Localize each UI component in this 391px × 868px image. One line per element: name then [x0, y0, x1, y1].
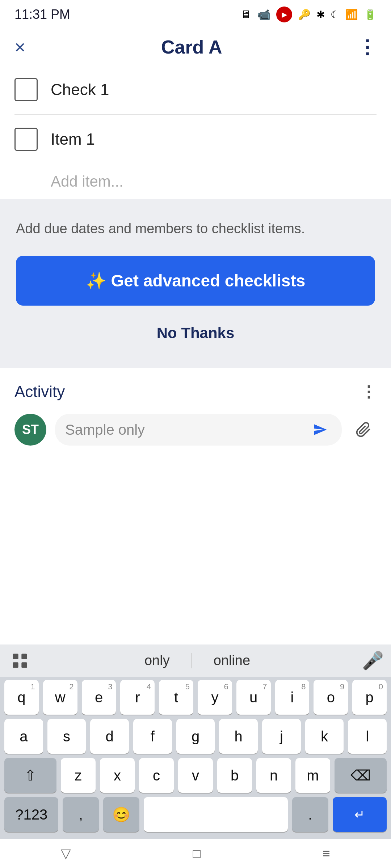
- checklist-item-2: Item 1: [14, 115, 377, 164]
- checklist-label-1: Check 1: [51, 81, 109, 99]
- activity-title: Activity: [14, 383, 65, 401]
- activity-input-row: ST: [14, 414, 377, 446]
- shift-key[interactable]: ⇧: [4, 758, 56, 793]
- key-d[interactable]: d: [90, 719, 129, 754]
- key-y[interactable]: y6: [198, 680, 232, 715]
- bluetooth-icon: ✱: [316, 9, 325, 21]
- status-bar: 11:31 PM 🖥 📹 ▶ 🔑 ✱ ☾ 📶 🔋: [0, 0, 391, 29]
- keyboard-area: only online 🎤 q1 w2 e3 r4 t5 y6 u7 i8 o9…: [0, 644, 391, 868]
- svg-rect-1: [21, 654, 27, 659]
- space-key[interactable]: [144, 797, 288, 832]
- suggestion-words: only online: [33, 653, 362, 668]
- checkbox-1[interactable]: [14, 78, 38, 101]
- key-v[interactable]: v: [178, 758, 213, 793]
- upsell-banner: Add due dates and members to checklist i…: [0, 199, 391, 368]
- key-m[interactable]: m: [295, 758, 330, 793]
- key-r[interactable]: r4: [120, 680, 155, 715]
- key-b[interactable]: b: [217, 758, 252, 793]
- home-nav-icon[interactable]: □: [193, 846, 201, 861]
- keyboard-suggestions: only online 🎤: [0, 644, 391, 677]
- checklist-area: Check 1 Item 1 Add item...: [0, 65, 391, 199]
- numbers-key[interactable]: ?123: [4, 797, 58, 832]
- svg-rect-3: [21, 662, 27, 668]
- get-advanced-checklists-button[interactable]: ✨ Get advanced checklists: [16, 256, 375, 306]
- key-f[interactable]: f: [133, 719, 172, 754]
- key-l[interactable]: l: [348, 719, 387, 754]
- emoji-key[interactable]: 😊: [103, 797, 139, 832]
- status-icons: 🖥 📹 ▶ 🔑 ✱ ☾ 📶 🔋: [240, 7, 377, 22]
- attach-button[interactable]: [350, 417, 377, 443]
- key-w[interactable]: w2: [43, 680, 77, 715]
- keyboard-row-2: a s d f g h j k l: [4, 719, 387, 754]
- key-i[interactable]: i8: [275, 680, 310, 715]
- recents-nav-icon[interactable]: ≡: [323, 846, 330, 861]
- record-badge: ▶: [276, 7, 292, 22]
- card-title: Card A: [161, 36, 222, 58]
- activity-section: Activity ⋮ ST: [0, 368, 391, 460]
- key-x[interactable]: x: [100, 758, 135, 793]
- video-icon: 📹: [257, 8, 270, 21]
- key-g[interactable]: g: [176, 719, 215, 754]
- activity-header: Activity ⋮: [14, 382, 377, 401]
- key-n[interactable]: n: [256, 758, 291, 793]
- key-h[interactable]: h: [219, 719, 258, 754]
- comma-key[interactable]: ,: [63, 797, 99, 832]
- screen-record-icon: 🖥: [240, 8, 251, 21]
- activity-input-container: [55, 414, 342, 446]
- add-item-row[interactable]: Add item...: [14, 164, 377, 199]
- return-key[interactable]: ↵: [333, 797, 387, 832]
- battery-icon: 🔋: [364, 9, 377, 21]
- activity-comment-input[interactable]: [65, 422, 308, 438]
- key-t[interactable]: t5: [159, 680, 193, 715]
- svg-rect-2: [13, 662, 18, 668]
- key-p[interactable]: p0: [352, 680, 387, 715]
- keyboard-row-1: q1 w2 e3 r4 t5 y6 u7 i8 o9 p0: [4, 680, 387, 715]
- activity-more-button[interactable]: ⋮: [361, 382, 377, 401]
- key-s[interactable]: s: [47, 719, 86, 754]
- key-o[interactable]: o9: [314, 680, 348, 715]
- wifi-icon: 📶: [345, 9, 358, 21]
- user-avatar: ST: [14, 414, 46, 446]
- keyboard-grid-icon[interactable]: [7, 648, 33, 673]
- checklist-item-1: Check 1: [14, 65, 377, 114]
- key-u[interactable]: u7: [236, 680, 271, 715]
- moon-icon: ☾: [331, 9, 340, 21]
- keyboard-row-3: ⇧ z x c v b n m ⌫: [4, 758, 387, 793]
- svg-rect-0: [13, 654, 18, 659]
- key-icon: 🔑: [298, 9, 311, 21]
- suggestion-word-1[interactable]: only: [123, 653, 192, 668]
- period-key[interactable]: .: [292, 797, 328, 832]
- add-item-text[interactable]: Add item...: [51, 173, 123, 190]
- close-button[interactable]: ×: [14, 36, 25, 58]
- send-button[interactable]: [308, 418, 332, 441]
- key-q[interactable]: q1: [4, 680, 39, 715]
- key-z[interactable]: z: [61, 758, 96, 793]
- key-c[interactable]: c: [139, 758, 174, 793]
- checklist-label-2: Item 1: [51, 130, 95, 148]
- key-k[interactable]: k: [305, 719, 344, 754]
- key-e[interactable]: e3: [82, 680, 116, 715]
- nav-bar: ▽ □ ≡: [0, 839, 391, 868]
- keyboard-row-4: ?123 , 😊 . ↵: [4, 797, 387, 832]
- card-header: × Card A ⋮: [0, 29, 391, 65]
- microphone-button[interactable]: 🎤: [362, 651, 384, 671]
- more-options-button[interactable]: ⋮: [358, 36, 377, 58]
- back-nav-icon[interactable]: ▽: [61, 846, 71, 861]
- backspace-key[interactable]: ⌫: [335, 758, 387, 793]
- key-j[interactable]: j: [262, 719, 301, 754]
- keyboard-rows: q1 w2 e3 r4 t5 y6 u7 i8 o9 p0 a s d f g …: [0, 677, 391, 839]
- no-thanks-button[interactable]: No Thanks: [16, 319, 375, 348]
- checkbox-2[interactable]: [14, 128, 38, 151]
- key-a[interactable]: a: [4, 719, 43, 754]
- suggestion-word-2[interactable]: online: [192, 653, 272, 668]
- status-time: 11:31 PM: [14, 7, 70, 22]
- upsell-description: Add due dates and members to checklist i…: [16, 219, 375, 238]
